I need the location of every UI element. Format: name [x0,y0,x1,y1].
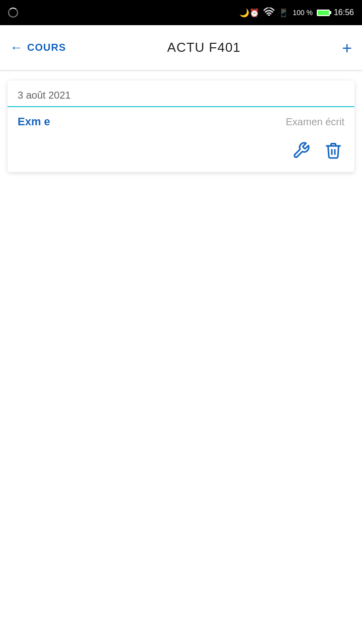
date-row: 3 août 2021 [8,80,354,107]
status-bar-left [8,8,18,18]
back-arrow-icon: ← [10,40,23,55]
wifi-icon [263,8,275,18]
exam-card: 3 août 2021 Exm e Examen écrit [8,80,354,172]
back-button[interactable]: ← COURS [10,40,66,55]
battery-percent: 100 % [293,9,313,17]
delete-button[interactable] [322,139,344,163]
status-bar: 🌙⏰ 📱 100 % 16:56 [0,0,362,25]
action-row [8,136,354,172]
screen-icon: 📱 [279,8,289,18]
cours-label: COURS [27,42,66,53]
content-area: 3 août 2021 Exm e Examen écrit [0,70,362,182]
wrench-icon [292,141,310,159]
exam-type: Examen écrit [286,116,344,128]
page-title: ACTU F401 [167,40,241,55]
exam-info-row: Exm e Examen écrit [8,107,354,136]
status-bar-right: 🌙⏰ 📱 100 % 16:56 [239,8,354,18]
exam-date: 3 août 2021 [18,90,71,101]
svg-point-0 [268,15,270,16]
moon-alarm-icon: 🌙⏰ [239,8,259,18]
status-time: 16:56 [334,8,354,17]
spinner-icon [8,8,18,18]
exam-name: Exm e [18,115,50,128]
trash-icon [324,141,342,159]
battery-icon [317,10,330,16]
edit-button[interactable] [290,139,312,163]
add-button[interactable]: + [342,39,352,56]
app-bar: ← COURS ACTU F401 + [0,25,362,70]
